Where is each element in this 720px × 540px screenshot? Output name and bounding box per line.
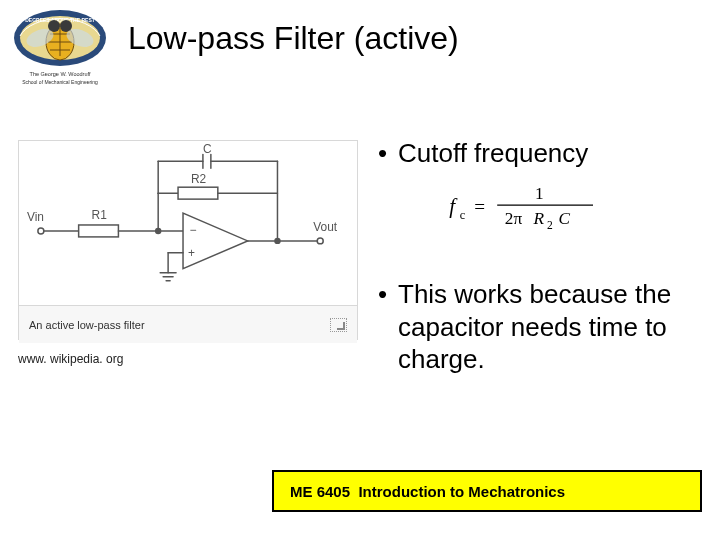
bullet-explanation: This works because the capacitor needs t… bbox=[398, 278, 698, 376]
logo-line2: School of Mechanical Engineering bbox=[22, 79, 98, 85]
formula-lhs: f bbox=[449, 194, 458, 218]
bullet-cutoff: Cutoff frequency bbox=[398, 138, 588, 169]
svg-point-35 bbox=[317, 238, 323, 244]
figure-caption-row: An active low-pass filter bbox=[19, 305, 357, 343]
label-c: C bbox=[203, 142, 212, 156]
label-r1: R1 bbox=[92, 208, 108, 222]
svg-rect-14 bbox=[79, 225, 119, 237]
formula-den-2pi: 2π bbox=[505, 209, 523, 228]
svg-rect-19 bbox=[178, 187, 218, 199]
footer-course: ME 6405 bbox=[290, 483, 350, 500]
label-vin: Vin bbox=[27, 210, 44, 224]
logo-line1: The George W. Woodruff bbox=[30, 71, 91, 77]
circuit-figure: Vin R1 R2 C − + Vout An active low-pass … bbox=[18, 140, 358, 340]
formula-den-rsub: 2 bbox=[547, 219, 553, 230]
label-minus: − bbox=[190, 223, 197, 237]
label-vout: Vout bbox=[313, 220, 338, 234]
footer-text: ME 6405 Introduction to Mechatronics bbox=[290, 483, 565, 500]
formula-den-r: R bbox=[533, 209, 545, 228]
svg-point-12 bbox=[38, 228, 44, 234]
formula-eq: = bbox=[474, 196, 485, 217]
slide-title: Low-pass Filter (active) bbox=[128, 20, 459, 57]
footer-banner: ME 6405 Introduction to Mechatronics bbox=[272, 470, 702, 512]
formula-den-c: C bbox=[559, 209, 571, 228]
formula-num: 1 bbox=[535, 184, 544, 203]
label-plus: + bbox=[188, 246, 195, 260]
logo-arc-text: DEGREES ABOVE THE REST bbox=[25, 17, 95, 23]
source-credit: www. wikipedia. org bbox=[18, 352, 123, 366]
enlarge-icon[interactable] bbox=[330, 318, 347, 332]
label-r2: R2 bbox=[191, 172, 207, 186]
footer-title: Introduction to Mechatronics bbox=[358, 483, 565, 500]
circuit-diagram: Vin R1 R2 C − + Vout bbox=[19, 141, 357, 301]
cutoff-formula: f c = 1 2π R 2 C bbox=[440, 184, 610, 230]
figure-caption: An active low-pass filter bbox=[29, 319, 145, 331]
formula-lhs-sub: c bbox=[460, 208, 466, 222]
school-logo: DEGREES ABOVE THE REST The George W. Woo… bbox=[10, 8, 110, 98]
